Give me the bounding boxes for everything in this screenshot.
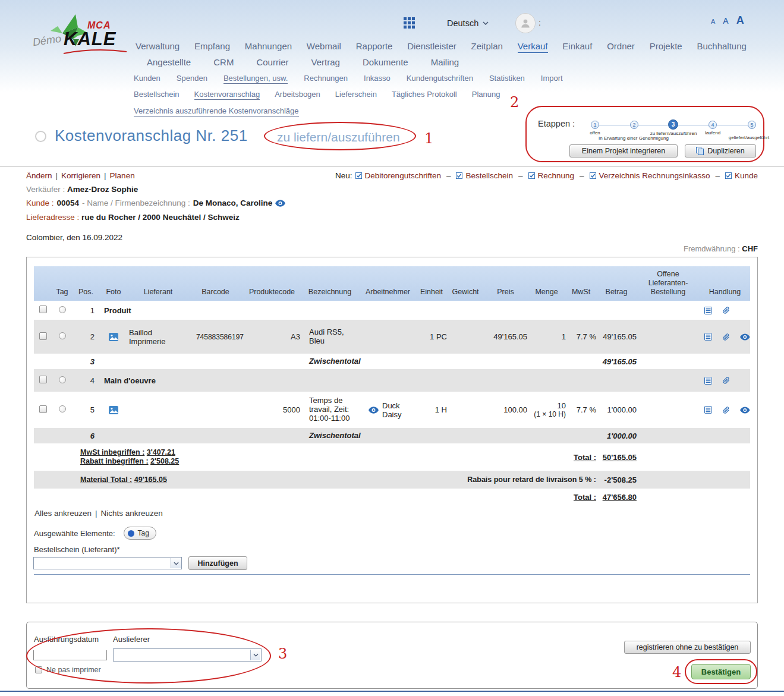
paperclip-icon[interactable] [723,376,730,385]
app-grid-icon[interactable] [404,17,415,29]
nav-item-angestellte[interactable]: Angestellte [147,57,191,67]
neu-verzeichnis-rechnungsinkasso-link[interactable]: Verzeichnis Rechnungsinkasso [599,171,710,180]
neu-kunde-link[interactable]: Kunde [735,171,758,180]
etappe-step-3[interactable]: 3 [668,119,678,130]
nav-item-einkauf[interactable]: Einkauf [562,41,592,53]
subnav-item-planung[interactable]: Planung [472,90,500,100]
duplicate-button[interactable]: Duplizieren [685,144,756,158]
app-logo[interactable]: Démo MCA KALE [33,12,152,58]
auslieferer-select[interactable] [113,648,262,662]
mwst-inbegriffen-label: MwSt inbegriffen : [80,448,144,456]
subnav-item-spenden[interactable]: Spenden [177,74,207,84]
neu-bestellschein-link[interactable]: Bestellschein [465,171,513,180]
font-small-button[interactable]: A [711,18,715,25]
new-item-icon [590,172,596,179]
row-checkbox[interactable] [39,376,47,383]
nav-item-webmail[interactable]: Webmail [307,41,341,53]
subnav-item-taegliches-protokoll[interactable]: Tägliches Protokoll [392,90,457,100]
language-selector[interactable]: Deutsch [447,18,489,28]
neu-debitorengutschriften-link[interactable]: Debitorengutschriften [365,171,441,180]
row-checkbox[interactable] [39,405,47,413]
subnav-item-kostenvoranschlag[interactable]: Kostenvoranschlag [194,90,260,100]
nav-item-mailing[interactable]: Mailing [431,57,459,67]
check-none-link[interactable]: Nichts ankreuzen [101,509,163,518]
row-radio[interactable] [59,332,66,339]
details-icon[interactable] [704,406,712,414]
font-large-button[interactable]: A [736,14,744,27]
bestellschein-select[interactable] [33,557,182,569]
nav-item-verwaltung[interactable]: Verwaltung [136,41,180,53]
verkaeufer-line: Verkäufer : Amez-Droz Sophie [26,185,138,194]
nav-item-vertrag[interactable]: Vertrag [311,57,340,67]
confirm-button[interactable]: Bestätigen [691,664,751,679]
nav-item-projekte[interactable]: Projekte [650,41,682,53]
subnav-item-kunden[interactable]: Kunden [134,74,160,84]
nav-item-dokumente[interactable]: Dokumente [363,57,408,67]
ne-pas-imprimer-checkbox[interactable] [35,666,42,673]
eye-icon[interactable] [740,333,750,341]
aendern-link[interactable]: Ändern [26,171,52,180]
row-pos: 6 [73,432,99,440]
nav-item-ordner[interactable]: Ordner [607,41,635,53]
subnav-item-import[interactable]: Import [541,74,563,84]
etappe-step-2[interactable]: 2 [630,121,638,129]
selected-elements-label: Ausgewählte Elemente: [34,529,115,538]
subnav-item-bestellungen[interactable]: Bestellungen, usw. [223,74,288,84]
etappe-step-4[interactable]: 4 [709,121,717,129]
nav-item-courrier[interactable]: Courrier [256,57,288,67]
verkaeufer-label: Verkäufer : [26,185,65,194]
view-customer-eye-icon[interactable] [275,200,285,207]
subnav-item-rechnungen[interactable]: Rechnungen [304,74,348,84]
row-radio[interactable] [59,306,66,313]
row-checkbox[interactable] [39,332,47,340]
details-icon[interactable] [704,377,712,385]
font-medium-button[interactable]: A [723,16,728,26]
subnav-item-statistiken[interactable]: Statistiken [489,74,525,84]
neu-rechnung-link[interactable]: Rechnung [538,171,575,180]
subnav-item-arbeitsbogen[interactable]: Arbeitsbogen [275,90,320,100]
nav-item-empfang[interactable]: Empfang [194,41,230,53]
group-title: Main d'oeuvre [99,376,700,385]
subnav-item-lieferschein[interactable]: Lieferschein [335,90,377,100]
row-menge-detail: (1 × 10 H) [527,410,566,418]
korrigieren-link[interactable]: Korrigieren [61,171,100,180]
details-icon[interactable] [704,333,712,341]
eye-icon[interactable] [740,407,750,414]
paperclip-icon[interactable] [723,406,730,414]
details-icon[interactable] [704,307,712,314]
user-avatar[interactable] [515,13,536,33]
subnav-item-bestellschein[interactable]: Bestellschein [134,90,180,100]
row-radio[interactable] [59,405,66,412]
col-header-offene-lieferanten-bestellung: Offene Lieferanten-Bestellung [637,270,700,297]
nav-item-zeitplan[interactable]: Zeitplan [471,41,503,53]
paperclip-icon[interactable] [723,333,730,341]
final-total-label: Total : [574,493,596,502]
register-without-confirm-button[interactable]: registrieren ohne zu bestätigen [624,641,751,654]
etappe-step-5[interactable]: 5 [748,121,756,129]
nav-item-rapporte[interactable]: Rapporte [356,41,393,53]
row-checkbox[interactable] [39,306,47,313]
verzeichnis-link[interactable]: Verzeichnis auszuführende Kostenvoransch… [134,106,299,116]
etappe-step-1[interactable]: 1 [591,121,599,129]
image-icon[interactable] [109,333,118,341]
hinzufuegen-button[interactable]: Hinzufügen [188,556,247,570]
eye-icon[interactable] [369,407,379,414]
integrate-project-button[interactable]: Einem Projekt integrieren [569,144,678,158]
tag-toggle[interactable]: Tag [124,527,156,540]
row-radio[interactable] [59,376,66,383]
nav-item-dienstleister[interactable]: Dienstleister [407,41,456,53]
subnav-item-inkasso[interactable]: Inkasso [364,74,391,84]
nav-item-mahnungen[interactable]: Mahnungen [245,41,292,53]
check-all-link[interactable]: Alles ankreuzen [34,509,92,518]
nav-item-buchhaltung[interactable]: Buchhaltung [697,41,746,53]
subnav-item-kundengutschriften[interactable]: Kundengutschriften [407,74,473,84]
image-icon[interactable] [109,406,118,414]
nav-item-verkauf[interactable]: Verkauf [518,41,548,53]
planen-link[interactable]: Planen [110,171,135,180]
ausfuehrungsdatum-input[interactable] [33,650,107,660]
paperclip-icon[interactable] [723,306,730,314]
col-header-mwst: MwSt [566,288,596,297]
col-header-pos: Pos. [73,288,99,297]
nav-item-crm[interactable]: CRM [213,57,234,67]
neu-actions: Neu: Debitorengutschriften – Bestellsche… [335,171,758,180]
